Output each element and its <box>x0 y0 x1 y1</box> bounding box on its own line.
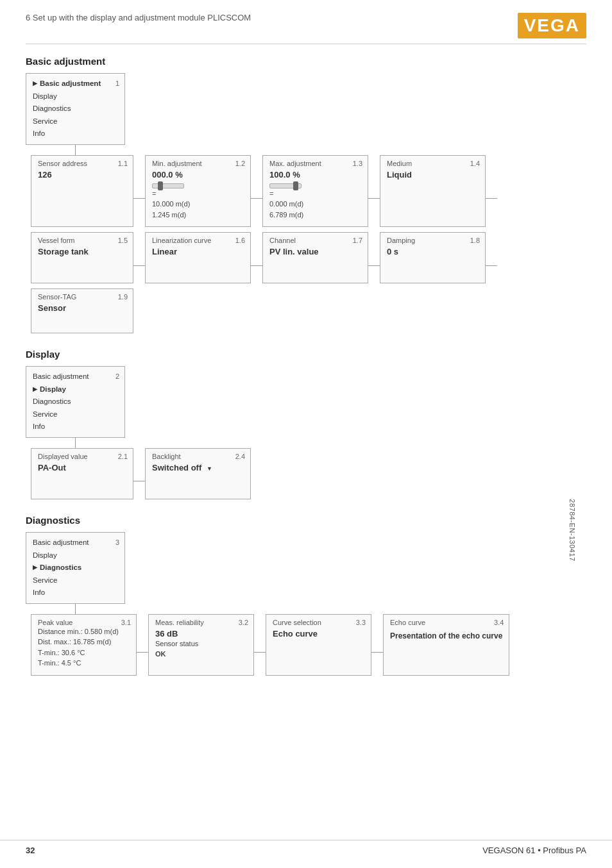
menu-item-info-2[interactable]: Info <box>33 421 118 433</box>
menu-item-display[interactable]: Display <box>33 90 118 103</box>
menu-number-1: 1 <box>115 78 119 90</box>
logo: VEGA <box>518 13 586 38</box>
basic-cards-row3: Sensor-TAG 1.9 Sensor <box>31 288 586 333</box>
menu-label-info-3: Info <box>33 587 45 599</box>
card-value-channel: PV lin. value <box>269 247 361 256</box>
card-displayed-value: Displayed value 2.1 PA-Out <box>31 448 133 499</box>
menu-item-diagnostics-active[interactable]: ▶ Diagnostics <box>33 562 118 574</box>
card-damping: Damping 1.8 0 s <box>380 232 486 283</box>
menu-item-display-active[interactable]: ▶ Display <box>33 383 118 396</box>
card-number-3-1: 3.1 <box>121 619 131 626</box>
menu-item-diagnostics-2[interactable]: Diagnostics <box>33 396 118 408</box>
menu-item-diagnostics[interactable]: Diagnostics <box>33 103 118 115</box>
card-value-echo: Presentation of the echo curve <box>390 631 502 640</box>
card-value-sensor-address: 126 <box>38 170 126 179</box>
menu-item-display-3[interactable]: Display <box>33 549 118 562</box>
card-value-sensor-tag: Sensor <box>38 303 126 313</box>
card-sensor-address: Sensor address 1.1 126 <box>31 155 133 228</box>
menu-item-info-3[interactable]: Info <box>33 587 118 599</box>
arrow-icon: ▶ <box>33 79 37 88</box>
header-title: 6 Set up with the display and adjustment… <box>26 13 251 22</box>
section-title-display: Display <box>26 349 586 360</box>
card-label-medium: Medium <box>387 160 412 167</box>
menu-item-service-2[interactable]: Service <box>33 408 118 421</box>
card-number-3-4: 3.4 <box>494 619 504 626</box>
card-medium: Medium 1.4 Liquid <box>380 155 486 228</box>
diagnostics-menu: 3 Basic adjustment Display ▶ Diagnostics… <box>26 532 125 604</box>
section-title-basic: Basic adjustment <box>26 56 586 67</box>
card-value-backlight: Switched off ▼ <box>152 463 244 472</box>
card-number-1-6: 1.6 <box>235 237 245 244</box>
card-backlight: Backlight 2.4 Switched off ▼ <box>145 448 251 499</box>
card-number-1-4: 1.4 <box>470 160 480 167</box>
menu-label-info-2: Info <box>33 421 45 433</box>
card-value-linear: Linear <box>152 247 244 256</box>
menu-label-diagnostics: Diagnostics <box>33 103 71 115</box>
product-name: VEGASON 61 • Profibus PA <box>482 846 586 855</box>
card-label-vessel: Vessel form <box>38 237 74 244</box>
display-cards-row: Displayed value 2.1 PA-Out Backlight 2.4… <box>31 448 586 499</box>
menu-label-diag-2: Diagnostics <box>33 396 71 408</box>
connector-line-1 <box>75 145 76 155</box>
menu-item-basic-active[interactable]: ▶ Basic adjustment <box>33 78 118 90</box>
card-number-1-2: 1.2 <box>235 160 245 167</box>
card-label-displayed: Displayed value <box>38 453 88 460</box>
card-value-damping: 0 s <box>387 247 479 256</box>
card-sensor-tag: Sensor-TAG 1.9 Sensor <box>31 288 133 333</box>
section-diagnostics: Diagnostics 3 Basic adjustment Display ▶… <box>26 515 586 676</box>
card-label-linear: Linearization curve <box>152 237 211 244</box>
menu-label-service: Service <box>33 115 57 128</box>
card-min-adjustment: Min. adjustment 1.2 000.0 % =10.000 m(d)… <box>145 155 251 228</box>
section-title-diagnostics: Diagnostics <box>26 515 586 526</box>
card-label-backlight: Backlight <box>152 453 181 460</box>
card-label-curve-sel: Curve selection <box>273 619 321 626</box>
section-basic-adjustment: Basic adjustment 1 ▶ Basic adjustment Di… <box>26 56 586 333</box>
card-value-max-adj: 100.0 % <box>269 170 361 179</box>
menu-label-display: Display <box>33 90 57 103</box>
card-number-1-9: 1.9 <box>118 293 128 301</box>
card-number-1-7: 1.7 <box>353 237 362 244</box>
menu-label-display-2: Display <box>40 383 66 396</box>
card-label-peak: Peak value <box>38 619 72 626</box>
card-value-curve-sel: Echo curve <box>273 629 364 638</box>
card-channel: Channel 1.7 PV lin. value <box>262 232 368 283</box>
min-adj-slider[interactable] <box>152 183 244 188</box>
card-peak-value: Peak value 3.1 Distance min.: 0.580 m(d)… <box>31 614 137 676</box>
section-display: Display 2 Basic adjustment ▶ Display Dia… <box>26 349 586 499</box>
card-sub-meas: Sensor statusOK <box>155 638 247 660</box>
card-label-max-adj: Max. adjustment <box>269 160 321 167</box>
card-value-vessel: Storage tank <box>38 247 126 256</box>
max-adj-slider[interactable] <box>269 183 361 188</box>
side-label: 28784-EN-130417 <box>568 499 575 561</box>
card-value-meas: 36 dB <box>155 629 247 638</box>
menu-label-basic-3: Basic adjustment <box>33 537 89 549</box>
connector-line-3 <box>75 604 76 614</box>
card-label-min-adj: Min. adjustment <box>152 160 202 167</box>
menu-item-info[interactable]: Info <box>33 128 118 140</box>
dropdown-arrow-backlight: ▼ <box>207 465 212 472</box>
card-number-1-3: 1.3 <box>353 160 362 167</box>
menu-item-service[interactable]: Service <box>33 115 118 128</box>
logo-text: VEGA <box>518 13 586 38</box>
card-label-echo: Echo curve <box>390 619 425 626</box>
menu-label-service-2: Service <box>33 408 57 421</box>
card-number-1-8: 1.8 <box>470 237 480 244</box>
arrow-icon-2: ▶ <box>33 385 37 394</box>
card-label-meas: Meas. reliability <box>155 619 204 626</box>
card-curve-selection: Curve selection 3.3 Echo curve <box>266 614 371 676</box>
menu-item-service-3[interactable]: Service <box>33 574 118 587</box>
menu-item-basic-3[interactable]: Basic adjustment <box>33 537 118 549</box>
card-max-adjustment: Max. adjustment 1.3 100.0 % =0.000 m(d)6… <box>262 155 368 228</box>
card-number-2-4: 2.4 <box>235 453 245 460</box>
card-value-displayed: PA-Out <box>38 463 126 472</box>
menu-label-display-3: Display <box>33 549 57 562</box>
menu-label-info: Info <box>33 128 45 140</box>
card-label-sensor-address: Sensor address <box>38 160 87 167</box>
card-number-1-5: 1.5 <box>118 237 128 244</box>
menu-item-basic-2[interactable]: Basic adjustment <box>33 371 118 383</box>
basic-cards-row2: Vessel form 1.5 Storage tank Linearizati… <box>31 232 586 283</box>
card-vessel-form: Vessel form 1.5 Storage tank <box>31 232 133 283</box>
menu-label-service-3: Service <box>33 574 57 587</box>
card-sub-min-adj: =10.000 m(d)1.245 m(d) <box>152 188 244 221</box>
menu-label-basic: Basic adjustment <box>40 78 101 90</box>
